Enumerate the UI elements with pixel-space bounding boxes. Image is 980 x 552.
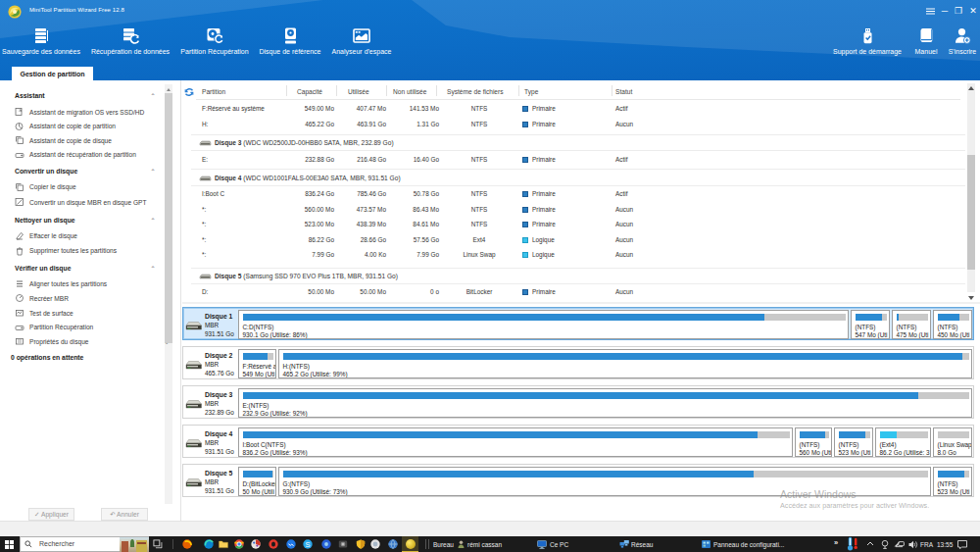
svg-text:S: S [305,540,310,549]
